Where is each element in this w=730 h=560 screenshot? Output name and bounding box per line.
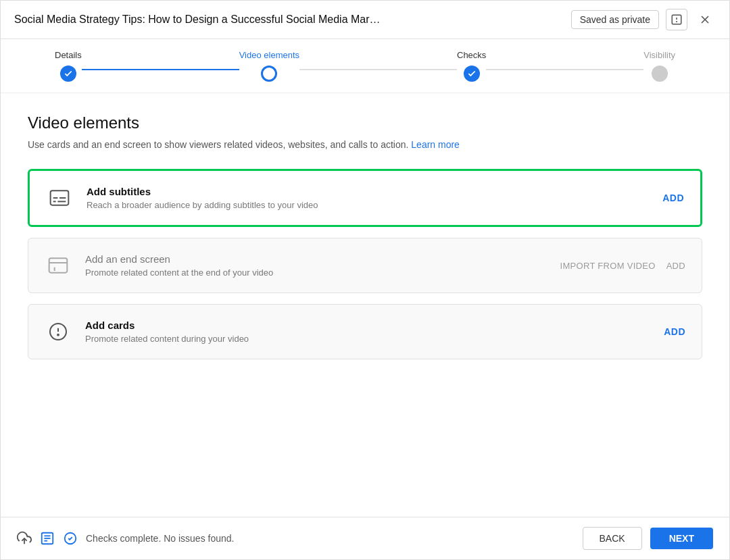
cards-title: Add cards xyxy=(85,320,650,331)
svg-rect-10 xyxy=(49,258,68,272)
subtitles-title: Add subtitles xyxy=(87,186,649,197)
page-title: Social Media Strategy Tips: How to Desig… xyxy=(14,14,541,26)
card-subtitles: Add subtitles Reach a broader audience b… xyxy=(28,169,702,227)
subtitles-desc: Reach a broader audience by adding subti… xyxy=(87,200,649,210)
subtitles-add-button[interactable]: ADD xyxy=(662,193,684,203)
next-button[interactable]: NEXT xyxy=(650,528,713,549)
subtitles-icon xyxy=(46,184,73,211)
section-title: Video elements xyxy=(28,113,702,132)
cards-desc: Promote related content during your vide… xyxy=(85,334,650,344)
end-screen-import-button[interactable]: IMPORT FROM VIDEO xyxy=(560,261,656,271)
steps-bar: Details Video elements Checks Visibility xyxy=(1,39,729,93)
check-complete-icon xyxy=(63,531,78,546)
alert-icon[interactable] xyxy=(666,9,687,30)
step-checks: Checks xyxy=(457,50,486,82)
upload-icon xyxy=(17,531,32,546)
subtitles-text: Add subtitles Reach a broader audience b… xyxy=(87,186,649,210)
chapters-icon xyxy=(40,531,55,546)
section-subtitle: Use cards and an end screen to show view… xyxy=(28,139,702,150)
connector-3 xyxy=(486,69,643,70)
cards-actions: ADD xyxy=(664,326,685,337)
end-screen-title: Add an end screen xyxy=(85,253,547,265)
footer-left: Checks complete. No issues found. xyxy=(17,531,234,546)
saved-as-private-button[interactable]: Saved as private xyxy=(571,10,659,29)
step-video-elements: Video elements xyxy=(239,50,299,82)
footer-right: BACK NEXT xyxy=(583,527,713,550)
end-screen-icon xyxy=(45,252,72,279)
cards-add-button[interactable]: ADD xyxy=(664,326,685,337)
end-screen-add-button[interactable]: ADD xyxy=(666,261,685,271)
connector-1 xyxy=(82,69,239,70)
step-video-elements-circle xyxy=(261,66,277,82)
cards-text: Add cards Promote related content during… xyxy=(85,320,650,344)
step-details-label: Details xyxy=(55,50,82,60)
header: Social Media Strategy Tips: How to Desig… xyxy=(1,1,729,39)
step-checks-circle xyxy=(464,66,480,82)
step-details-circle xyxy=(60,66,76,82)
footer-status-text: Checks complete. No issues found. xyxy=(86,533,234,544)
step-video-elements-label: Video elements xyxy=(239,50,299,60)
step-visibility-label: Visibility xyxy=(643,50,675,60)
svg-point-15 xyxy=(57,334,59,336)
connector-2 xyxy=(299,69,457,70)
close-button[interactable] xyxy=(694,9,716,30)
step-visibility: Visibility xyxy=(643,50,675,82)
step-details: Details xyxy=(55,50,82,82)
step-checks-label: Checks xyxy=(457,50,486,60)
main-content: Video elements Use cards and an end scre… xyxy=(1,93,729,517)
end-screen-text: Add an end screen Promote related conten… xyxy=(85,253,547,278)
footer: Checks complete. No issues found. BACK N… xyxy=(1,517,729,559)
step-visibility-circle xyxy=(652,66,668,82)
svg-point-2 xyxy=(677,22,677,22)
card-end-screen: Add an end screen Promote related conten… xyxy=(28,238,702,293)
end-screen-desc: Promote related content at the end of yo… xyxy=(85,268,547,278)
card-cards: Add cards Promote related content during… xyxy=(28,304,702,359)
end-screen-actions: IMPORT FROM VIDEO ADD xyxy=(560,261,686,271)
learn-more-link[interactable]: Learn more xyxy=(411,139,460,150)
subtitles-actions: ADD xyxy=(662,193,684,203)
cards-icon xyxy=(45,318,72,345)
back-button[interactable]: BACK xyxy=(583,527,642,550)
header-actions: Saved as private xyxy=(571,9,716,30)
